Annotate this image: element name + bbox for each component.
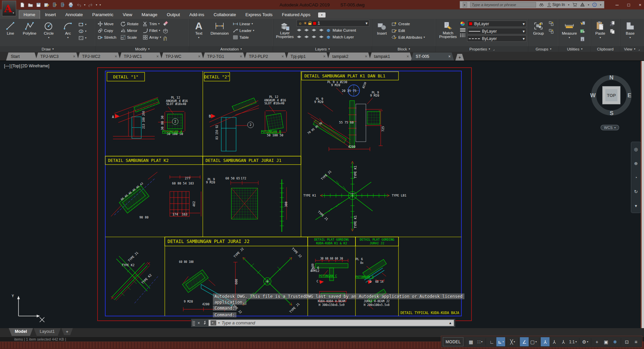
save-icon[interactable] [36,2,41,8]
match-layer-button[interactable]: Match Layer [326,34,354,39]
annotation-autoscale-icon[interactable]: ⅄ [550,337,559,346]
file-tab-tampak2[interactable]: tampak2× [328,53,371,61]
properties-panel-title[interactable]: Properties▾⌟ [436,46,528,52]
command-line-palette[interactable]: × >_ ▾ ▲ [191,319,455,327]
maximize-button[interactable]: □ [628,2,630,7]
dialog-launcher-icon[interactable]: ⌟ [638,47,640,51]
layer-on-tool-icon[interactable] [297,34,302,40]
compass-west[interactable]: W [590,92,596,99]
isodraft-icon[interactable]: ╳▾ [508,337,517,346]
snap-mode-icon[interactable]: ∷▾ [476,337,484,346]
scale-button[interactable]: Scale [120,34,139,40]
rectangle-flyout[interactable]: ▾ [78,21,86,28]
annotation-scale-icon[interactable]: ⅄ [559,337,568,346]
navbar-more-icon[interactable]: ▾ [635,203,637,208]
close-icon[interactable]: × [115,54,117,59]
wcs-menu[interactable]: WCS▾ [601,125,619,130]
redo-dropdown-icon[interactable]: ▾ [96,3,97,6]
trim-button[interactable]: Trim▾ [143,21,161,27]
copy-button[interactable]: Copy [98,27,116,34]
workspace-switching-icon[interactable]: ⚙▾ [581,337,590,346]
file-tab-tpj-wc[interactable]: TPJ-WC× [161,53,204,61]
groups-panel-title[interactable]: Groups▾ [528,46,559,52]
measure-button[interactable]: Measure▾ [561,20,578,46]
help-dropdown-icon[interactable]: ▾ [600,3,601,6]
application-menu-button[interactable]: A ▾ [2,1,16,16]
file-tab-st-005[interactable]: ST-005× [411,53,454,61]
cut-icon[interactable] [610,21,615,28]
customize-statusbar-icon[interactable]: ≡ [632,337,640,346]
open-from-web-mobile-icon[interactable] [52,2,58,8]
move-button[interactable]: Move [98,21,116,27]
ribbon-tab-home[interactable]: Home [19,10,40,19]
plot-icon[interactable] [68,2,74,8]
stretch-button[interactable]: Stretch [98,34,116,40]
file-tab-tpj-wc3[interactable]: TPJ-WC3× [36,53,79,61]
model-space-button[interactable]: MODEL [443,337,463,346]
close-icon[interactable]: × [198,54,200,59]
erase-icon[interactable] [163,21,168,28]
ribbon-tab-insert[interactable]: Insert [41,11,61,19]
layer-thaw-all-icon[interactable] [311,34,316,40]
polyline-button[interactable]: Polyline [21,20,38,46]
help-icon[interactable] [592,2,597,7]
orbit-icon[interactable]: ↻ [634,189,638,194]
annotation-scale-value[interactable]: 1:1▾ [568,337,578,346]
search-input[interactable] [470,2,536,7]
close-button[interactable]: × [639,2,641,7]
insert-block-button[interactable]: Insert [374,20,390,46]
sign-in-dropdown-icon[interactable]: ▾ [568,3,569,6]
close-icon[interactable]: × [323,54,326,59]
mirror-button[interactable]: Mirror [120,27,139,34]
ribbon-tab-output[interactable]: Output [162,11,184,19]
base-button[interactable]: Base▾ [622,20,639,46]
compass-east[interactable]: E [628,92,631,99]
minimize-button[interactable]: ─ [615,2,618,7]
file-tab-tpj-wc1[interactable]: TPJ-WC1× [119,53,162,61]
close-icon[interactable]: × [156,54,159,59]
file-tab-tpj-tg1[interactable]: TPJ-TG1× [202,53,245,61]
draw-panel-title[interactable]: Draw▾ [0,46,96,52]
file-tab-tampak1[interactable]: tampak1× [369,53,412,61]
close-icon[interactable]: × [73,54,75,59]
clean-screen-icon[interactable]: ⊡ [622,337,631,346]
command-history-expand-icon[interactable]: ▲ [449,321,452,325]
quick-calculator-icon[interactable] [580,36,585,43]
rotate-button[interactable]: Rotate [120,21,139,27]
layer-combo[interactable]: ☼ ☀ 1 ▾ [297,20,369,27]
layer-off-icon[interactable] [297,27,302,33]
group-edit-icon[interactable] [548,29,554,35]
compass-north[interactable]: N [609,74,613,81]
match-properties-button[interactable]: Match Properties [438,20,458,46]
viewcube[interactable]: N S W E TOP WCS▾ [589,74,634,133]
create-block-button[interactable]: Create [391,21,425,27]
modify-panel-title[interactable]: Modify▾ [96,46,189,52]
wrench-icon[interactable] [202,320,207,326]
arc-button[interactable]: Arc▾ [59,20,77,46]
app-store-icon[interactable] [572,2,577,7]
file-tab-tpj-wc2[interactable]: TPJ-WC2× [77,53,120,61]
explode-icon[interactable] [163,29,168,35]
layers-panel-title[interactable]: Layers▾ [273,46,372,52]
a360-dropdown-icon[interactable]: ▾ [588,3,589,6]
layer-unisolate-icon[interactable] [304,34,309,40]
object-color-combo[interactable]: ByLayer▾ [467,21,526,27]
graphics-performance-icon[interactable]: ❄ [611,337,619,346]
ribbon-tab-featured-apps[interactable]: Featured Apps [277,11,315,19]
ribbon-tab-annotate[interactable]: Annotate [61,11,87,19]
ribbon-tab-parametric[interactable]: Parametric [88,11,118,19]
leader-button[interactable]: Leader▾ [233,27,254,34]
file-tab-tpj-plp1[interactable]: Tpj-plp1× [286,53,329,61]
edit-block-button[interactable]: Edit [391,27,425,34]
save-as-icon[interactable] [44,2,49,8]
annotation-visibility-icon[interactable]: ⅄ [541,337,550,346]
ortho-mode-icon[interactable]: ∟ [487,337,496,346]
ellipse-flyout[interactable]: ▾ [78,28,86,34]
layout1-tab[interactable]: Layout1 [34,328,61,336]
command-input[interactable] [222,320,447,325]
copy-clip-icon[interactable] [610,29,615,35]
layer-isolate-icon[interactable] [304,27,309,33]
circle-button[interactable]: Circle▾ [40,20,58,46]
drawing-canvas[interactable]: DETAIL "1"DETAIL "2"DETAIL SAMBUNGAN PLA… [0,61,644,328]
customize-qat-icon[interactable]: ▾ [100,3,101,6]
